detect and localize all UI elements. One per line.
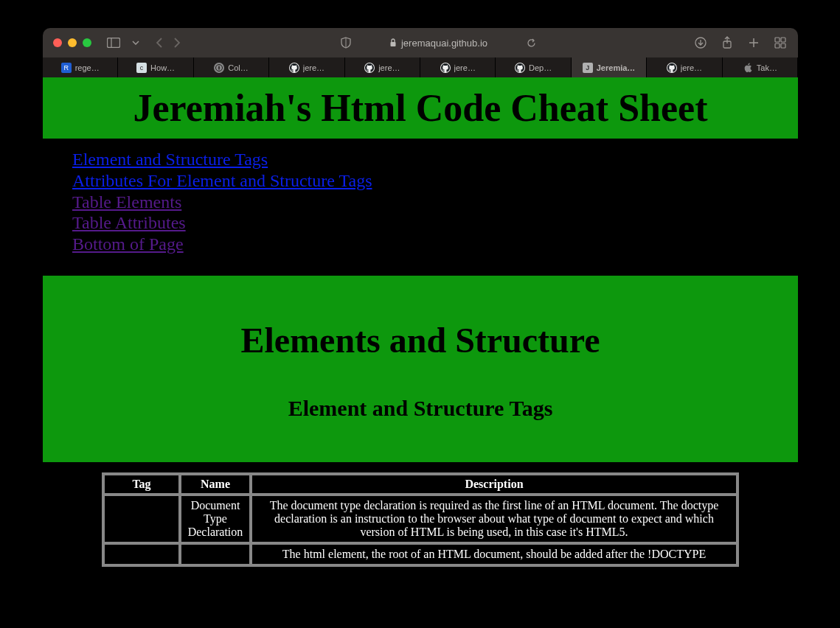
tab-label: Jeremia… — [597, 63, 636, 72]
downloads-button[interactable] — [693, 35, 708, 50]
plus-icon — [748, 37, 760, 49]
download-icon — [695, 37, 707, 49]
tab-label: Dep… — [529, 63, 552, 72]
tab-overview-button[interactable] — [773, 35, 788, 50]
tab-label: jere… — [303, 63, 324, 72]
titlebar: jeremaquai.github.io — [43, 28, 798, 57]
forward-button[interactable] — [170, 35, 184, 50]
tab-8[interactable]: jere… — [647, 57, 722, 77]
share-icon — [722, 36, 732, 49]
chevron-left-icon — [156, 37, 163, 49]
tab-6[interactable]: Dep… — [496, 57, 571, 77]
url-text: jeremaquai.github.io — [401, 38, 487, 49]
traffic-lights — [53, 38, 91, 47]
th-name: Name — [181, 475, 249, 493]
tabs-bar: Rrege…cHow…Col…jere…jere…jere…Dep…JJerem… — [43, 57, 798, 77]
address-bar[interactable]: jeremaquai.github.io — [389, 38, 487, 49]
nav-link-4[interactable]: Bottom of Page — [72, 234, 768, 255]
browser-window: jeremaquai.github.io Rrege…cHow…Col…jere… — [43, 28, 798, 576]
nav-link-2[interactable]: Table Elements — [72, 192, 768, 213]
tab-3[interactable]: jere… — [269, 57, 344, 77]
section-header: Elements and Structure Element and Struc… — [43, 276, 798, 462]
tab-4[interactable]: jere… — [345, 57, 420, 77]
grid-icon — [774, 37, 786, 49]
cell-description: The document type declaration is require… — [252, 496, 736, 542]
right-toolbar — [693, 35, 788, 50]
tab-label: Tak… — [757, 63, 777, 72]
nav-link-3[interactable]: Table Attributes — [72, 212, 768, 234]
svg-rect-8 — [775, 43, 780, 48]
sidebar-toggle-button[interactable] — [106, 35, 121, 50]
svg-rect-0 — [108, 38, 120, 48]
tab-1[interactable]: cHow… — [118, 57, 193, 77]
elements-table: Tag Name Description Document Type Decla… — [102, 472, 739, 567]
cell-tag — [105, 496, 178, 542]
chevron-down-icon — [132, 41, 139, 45]
tab-label: Col… — [228, 63, 249, 72]
tab-label: jere… — [454, 63, 476, 72]
tab-2[interactable]: Col… — [194, 57, 269, 77]
tab-label: jere… — [681, 63, 702, 72]
page-title: Jeremiah's Html Code Cheat Sheet — [43, 86, 798, 130]
maximize-button[interactable] — [83, 38, 91, 47]
cell-name: Document Type Declaration — [181, 496, 249, 542]
shield-icon — [341, 37, 351, 49]
svg-rect-3 — [390, 42, 395, 46]
table-header-row: Tag Name Description — [105, 475, 736, 493]
page-header-banner: Jeremiah's Html Code Cheat Sheet — [43, 77, 798, 139]
new-tab-button[interactable] — [746, 35, 761, 50]
tab-label: How… — [150, 63, 175, 72]
tab-0[interactable]: Rrege… — [43, 57, 118, 77]
refresh-icon — [526, 38, 537, 49]
tab-5[interactable]: jere… — [420, 57, 496, 77]
svg-rect-7 — [781, 38, 785, 42]
cell-name — [181, 545, 249, 564]
minimize-button[interactable] — [68, 38, 77, 47]
table-row: Document Type DeclarationThe document ty… — [105, 496, 736, 542]
tab-label: rege… — [75, 63, 100, 72]
section-heading: Elements and Structure — [43, 320, 798, 360]
tab-9[interactable]: Tak… — [723, 57, 798, 77]
close-button[interactable] — [53, 38, 62, 47]
sidebar-icon — [107, 38, 120, 48]
tab-group-dropdown[interactable] — [128, 35, 143, 50]
privacy-shield-button[interactable] — [341, 37, 351, 49]
address-section: jeremaquai.github.io — [192, 37, 686, 49]
cell-description: The html element, the root of an HTML do… — [252, 545, 736, 564]
table-wrap: Tag Name Description Document Type Decla… — [43, 472, 798, 567]
svg-rect-6 — [775, 38, 780, 42]
table-row: The html element, the root of an HTML do… — [105, 545, 736, 564]
th-tag: Tag — [105, 475, 178, 493]
th-description: Description — [252, 475, 736, 493]
cell-tag — [105, 545, 178, 564]
tab-label: jere… — [378, 63, 400, 72]
nav-links: Element and Structure TagsAttributes For… — [43, 139, 798, 265]
back-button[interactable] — [152, 35, 167, 50]
section-subheading: Element and Structure Tags — [43, 396, 798, 421]
svg-rect-9 — [781, 43, 785, 48]
nav-arrows — [152, 35, 184, 50]
nav-link-1[interactable]: Attributes For Element and Structure Tag… — [72, 170, 768, 192]
chevron-right-icon — [173, 37, 181, 49]
refresh-button[interactable] — [526, 38, 537, 49]
nav-link-0[interactable]: Element and Structure Tags — [72, 149, 768, 170]
share-button[interactable] — [720, 35, 735, 50]
lock-icon — [389, 38, 397, 47]
tab-7[interactable]: JJeremia… — [572, 57, 647, 77]
content-area[interactable]: Jeremiah's Html Code Cheat Sheet Element… — [43, 77, 798, 576]
